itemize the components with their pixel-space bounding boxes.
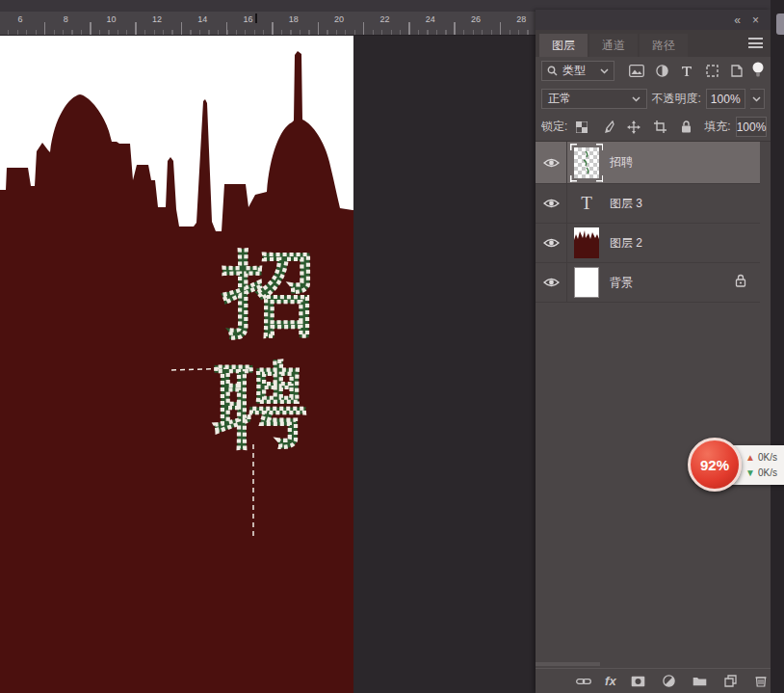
ruler-label: 26: [471, 14, 481, 24]
chevron-down-icon: [752, 96, 761, 102]
layer-controls: 类型: [536, 57, 771, 142]
ruler-cursor-marker: [255, 13, 257, 23]
visibility-toggle[interactable]: [536, 184, 567, 223]
lock-all-icon[interactable]: [676, 119, 695, 136]
blend-mode-select[interactable]: 正常: [541, 89, 647, 109]
layer-thumbnail[interactable]: [574, 227, 599, 258]
chevron-down-icon: [632, 96, 640, 102]
upload-arrow-icon: ▲: [745, 452, 755, 463]
opacity-label: 不透明度:: [652, 91, 701, 107]
visibility-toggle[interactable]: [536, 224, 567, 262]
layer-row-zhaopin[interactable]: 招聘: [536, 142, 760, 184]
thumbnail-content: [574, 227, 599, 258]
close-panel-icon[interactable]: ×: [752, 14, 759, 26]
ruler-label: 28: [516, 14, 526, 24]
ruler-label: 20: [334, 14, 344, 24]
memory-percent: 92%: [700, 457, 729, 473]
filter-type-label: 类型: [562, 63, 595, 79]
ruler-label: 10: [107, 14, 117, 24]
shape-layer-filter-icon[interactable]: [702, 63, 721, 80]
tab-channels[interactable]: 通道: [589, 34, 638, 57]
app-edge-strip: [771, 0, 784, 693]
horizontal-ruler[interactable]: 6810121416182022242628: [0, 12, 536, 36]
memory-usage-badge[interactable]: 92%: [688, 438, 742, 492]
layer-row-background[interactable]: 背景: [536, 263, 760, 303]
background-lock-icon: [735, 274, 746, 291]
fill-value-field[interactable]: 100%: [736, 117, 768, 137]
pixel-layer-filter-icon[interactable]: [627, 63, 646, 80]
upload-speed: 0K/s: [758, 452, 777, 463]
layer-name: 图层 2: [610, 235, 642, 252]
photoshop-window: 6810121416182022242628 招 聘 « × 图层 通道 路径: [0, 0, 784, 693]
ruler-label: 24: [426, 14, 435, 24]
link-layers-icon[interactable]: [574, 673, 592, 690]
horizontal-scrollbar[interactable]: [536, 662, 600, 666]
eye-icon: [543, 277, 560, 288]
panel-titlebar: « ×: [536, 10, 771, 30]
eye-icon: [543, 237, 560, 249]
search-icon: [547, 66, 558, 76]
layer-name: 招聘: [610, 154, 633, 171]
lock-buttons: [572, 119, 695, 136]
filter-row: 类型: [536, 57, 771, 85]
layer-name: 图层 3: [610, 196, 642, 212]
blend-row: 正常 不透明度: 100%: [536, 85, 771, 113]
eye-icon: [543, 157, 560, 169]
add-layer-mask-icon[interactable]: [629, 673, 647, 690]
eye-icon: [543, 198, 560, 209]
new-adjustment-layer-icon[interactable]: [660, 673, 678, 690]
tab-paths[interactable]: 路径: [640, 34, 688, 57]
filter-type-dropdown[interactable]: 类型: [541, 61, 614, 81]
layers-list: 招聘 T 图层 3: [536, 142, 771, 303]
lock-transparency-icon[interactable]: [572, 119, 591, 136]
layer-row-layer3[interactable]: T 图层 3: [536, 184, 760, 224]
visibility-toggle[interactable]: [536, 142, 567, 183]
new-group-folder-icon[interactable]: [691, 673, 709, 690]
layers-panel: « × 图层 通道 路径 类型: [536, 10, 771, 693]
type-layer-filter-icon[interactable]: [677, 63, 696, 80]
layers-panel-footer: fx: [536, 668, 771, 693]
opacity-value-field[interactable]: 100%: [706, 89, 745, 109]
download-speed: 0K/s: [758, 467, 777, 478]
adjustment-layer-filter-icon[interactable]: [652, 63, 671, 80]
ruler-label: 8: [64, 14, 68, 24]
ruler-label: 16: [243, 14, 252, 24]
tab-layers[interactable]: 图层: [539, 34, 588, 57]
opacity-dropdown-button[interactable]: [750, 89, 765, 109]
lock-position-move-icon[interactable]: [624, 119, 643, 136]
lock-label: 锁定:: [541, 119, 567, 135]
document-canvas[interactable]: 招 聘: [0, 36, 353, 693]
ruler-label: 18: [289, 14, 299, 24]
filter-kind-buttons: [627, 63, 746, 80]
blend-mode-value: 正常: [548, 91, 571, 107]
fill-label: 填充:: [704, 119, 730, 135]
download-arrow-icon: ▼: [745, 467, 755, 478]
layers-empty-area[interactable]: [536, 303, 771, 693]
canvas-artwork: 招 聘: [0, 36, 353, 693]
collapse-panel-icon[interactable]: «: [734, 14, 741, 26]
layer-style-fx-icon[interactable]: fx: [605, 674, 616, 688]
selection-character-1: 招: [221, 242, 316, 345]
filter-toggle-icon[interactable]: [751, 62, 765, 81]
text-layer-icon[interactable]: T: [574, 193, 599, 214]
ruler-label: 22: [379, 14, 389, 24]
delete-layer-trash-icon[interactable]: [752, 673, 771, 690]
ruler-label: 6: [17, 14, 22, 24]
panel-tabbar: 图层 通道 路径: [536, 30, 771, 57]
new-layer-icon[interactable]: [721, 673, 740, 690]
layer-thumbnail[interactable]: [574, 147, 599, 178]
lock-row: 锁定:: [536, 113, 771, 141]
smart-object-filter-icon[interactable]: [727, 63, 746, 80]
lock-pixels-brush-icon[interactable]: [598, 119, 617, 136]
lock-artboard-icon[interactable]: [650, 119, 669, 136]
panel-menu-icon[interactable]: [748, 38, 763, 48]
visibility-toggle[interactable]: [536, 263, 567, 302]
docked-panel-edge[interactable]: [776, 13, 784, 35]
ruler-label: 14: [197, 14, 207, 24]
layer-row-layer2[interactable]: 图层 2: [536, 224, 760, 263]
chevron-down-icon: [600, 68, 609, 74]
ruler-label: 12: [152, 14, 162, 24]
selection-brackets: [570, 144, 603, 182]
layer-name: 背景: [610, 275, 633, 291]
layer-thumbnail[interactable]: [574, 267, 599, 298]
